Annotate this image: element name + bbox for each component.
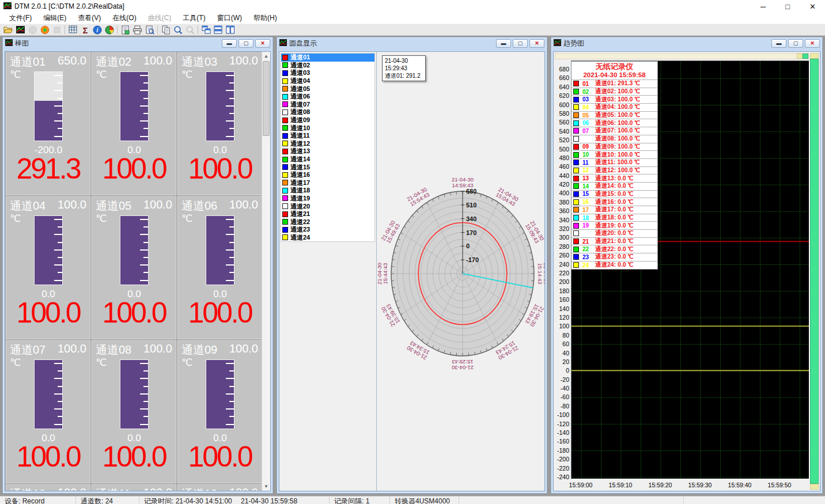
bar-vertical-scrollbar[interactable]: ▲ ▼ [262,52,270,491]
disc-minimize-button[interactable]: ▬ [496,39,511,48]
disc-close-button[interactable]: ✕ [529,39,544,48]
open-file-icon[interactable] [2,24,14,35]
app-maximize-button[interactable]: □ [785,2,790,11]
channel-list-item-13[interactable]: 通道13 [281,147,374,156]
trend-minimize-button[interactable]: ▬ [771,39,786,48]
menu-item-4[interactable]: 在线(O) [107,12,142,24]
menu-item-3[interactable]: 查看(V) [72,12,107,24]
gauge-tick [140,234,148,235]
legend-channel-index: 01 [582,81,592,87]
svg-text:510: 510 [466,202,476,209]
channel-list-item-23[interactable]: 通道23 [281,226,374,234]
channel-list-item-9[interactable]: 通道09 [281,116,374,124]
app-titlebar: DTM 2.0.1 [C:\DTM 2.0.2\RealData] ─ □ ✕ [0,0,825,13]
realtime-curve-icon[interactable] [14,24,27,35]
channel-list-item-24[interactable]: 通道24 [281,234,374,242]
menu-item-1[interactable]: 文件(F) [3,12,37,24]
y-tick-label: 440 [554,173,569,179]
toolbar: Σi [0,24,825,36]
channel-list-item-1[interactable]: 通道01 [281,54,374,62]
channel-list-item-22[interactable]: 通道22 [281,218,374,226]
print-preview-icon[interactable] [143,24,156,35]
legend-channel-index: 10 [582,151,592,158]
gauge-channel-name: 通道11 [96,486,131,491]
bar-close-button[interactable]: ✕ [255,39,270,48]
window-bar-graph: 棒图 ▬ ▢ ✕ 通道01650.0℃-200.0291.3通道02100.0℃… [2,37,273,494]
disc-window-titlebar[interactable]: 圆盘显示 ▬ ▢ ✕ [277,37,547,50]
y-tick-label: 520 [554,137,569,143]
scroll-down-icon[interactable]: ▼ [262,482,270,491]
channel-list-item-8[interactable]: 通道08 [281,108,374,116]
channel-list-item-17[interactable]: 通道17 [281,179,374,187]
gauge-tick [140,105,148,107]
statistics-sigma-icon[interactable]: Σ [79,24,91,35]
y-tick-label: 500 [554,146,569,152]
gauge-unit-label: ℃ [10,357,21,369]
channel-list-item-7[interactable]: 通道07 [281,101,374,109]
zoom-icon[interactable] [172,24,184,35]
trend-window-icon [554,39,561,48]
channel-list-item-6[interactable]: 通道06 [281,93,374,101]
cascade-windows-icon[interactable] [200,24,212,35]
y-tick-label: 340 [554,217,569,223]
vscroll-thumb[interactable] [810,59,819,484]
trend-maximize-button[interactable]: ▢ [788,39,803,48]
scrollbar-thumb[interactable] [263,61,270,136]
app-close-button[interactable]: ✕ [809,2,816,11]
legend-channel-index: 24 [582,262,592,268]
bar-maximize-button[interactable]: ▢ [239,39,253,48]
trend-window-titlebar[interactable]: 趋势图 ▬ ▢ ✕ [551,37,822,50]
y-tick-label: 420 [554,181,569,187]
legend-color-swatch [573,89,579,94]
channel-list-item-16[interactable]: 通道16 [281,171,374,179]
channel-list-item-19[interactable]: 通道19 [281,195,374,203]
disc-maximize-button[interactable]: ▢ [513,39,528,48]
trend-close-button[interactable]: ✕ [805,39,820,48]
channel-list-item-18[interactable]: 通道18 [281,187,374,195]
scroll-up-icon[interactable]: ▲ [262,52,270,60]
channel-list-item-14[interactable]: 通道14 [281,156,374,164]
gauge-tick [140,249,148,251]
menu-item-8[interactable]: 帮助(H) [248,12,283,24]
legend-row-05: 05通道05: 100.0 ℃ [572,111,657,119]
bar-minimize-button[interactable]: ▬ [222,39,237,48]
trend-vertical-scrollbar[interactable] [810,53,819,490]
channel-list-item-21[interactable]: 通道21 [281,210,374,218]
stop-icon [51,24,63,35]
vscroll-button-bottom[interactable] [810,484,819,490]
menu-item-2[interactable]: 编辑(E) [37,12,72,24]
channel-list-item-3[interactable]: 通道03 [281,69,374,77]
channel-list-item-20[interactable]: 通道20 [281,202,374,210]
bar-window-titlebar[interactable]: 棒图 ▬ ▢ ✕ [3,37,273,50]
gauge-tick [140,393,148,395]
pie-chart-icon[interactable] [103,24,115,35]
channel-list-item-2[interactable]: 通道02 [281,62,374,70]
trend-horizontal-scrollbar[interactable] [555,53,809,59]
data-table-icon[interactable] [67,24,79,35]
hscroll-button[interactable] [797,54,803,59]
status-section-2: 通道数: 24 [76,497,139,504]
tile-vertical-icon[interactable] [224,24,236,35]
channel-list-item-12[interactable]: 通道12 [281,140,374,148]
legend-channel-index: 09 [582,143,592,150]
menu-item-7[interactable]: 窗口(W) [211,12,248,24]
legend-row-03: 03通道03: 100.0 ℃ [572,95,657,103]
hscroll-thumb[interactable] [803,54,808,59]
info-icon[interactable]: i [91,24,103,35]
app-minimize-button[interactable]: ─ [760,2,766,11]
channel-list-item-15[interactable]: 通道15 [281,163,374,171]
channel-color-swatch [282,180,288,185]
channel-list-item-5[interactable]: 通道05 [281,85,374,93]
tile-horizontal-icon[interactable] [212,24,224,35]
export-icon[interactable] [119,24,131,35]
copy-icon[interactable] [160,24,172,35]
record-active-icon[interactable] [39,24,51,35]
menu-item-6[interactable]: 工具(T) [177,12,211,24]
status-bar: 设备: Record通道数: 24记录时间: 21-04-30 14:51:00… [0,496,825,504]
legend-color-swatch [573,207,579,213]
channel-list-item-10[interactable]: 通道10 [281,124,374,132]
vscroll-button-top[interactable] [810,53,819,59]
channel-list-item-11[interactable]: 通道11 [281,132,374,140]
channel-list-item-4[interactable]: 通道04 [281,77,374,85]
print-icon[interactable] [131,24,143,35]
